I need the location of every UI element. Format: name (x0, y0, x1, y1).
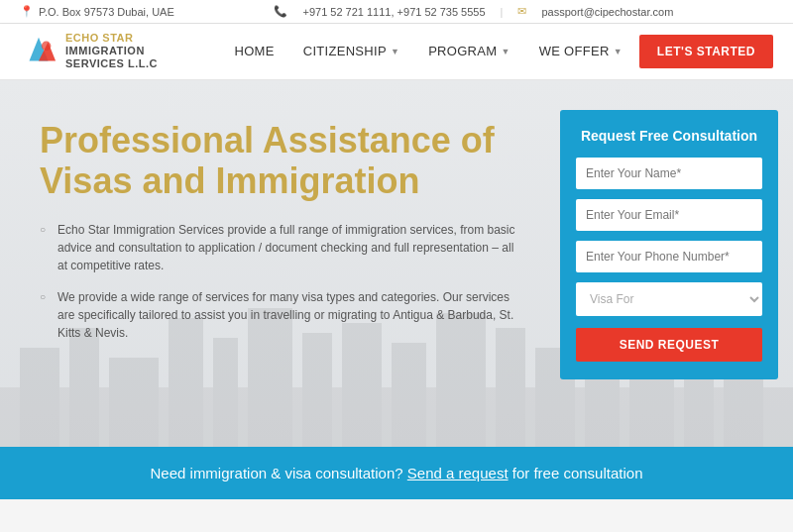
hero-section: Professional Assistance of Visas and Imm… (0, 80, 793, 447)
hero-title: Professional Assistance of Visas and Imm… (40, 120, 515, 202)
email-text: passport@cipechostar.com (541, 6, 673, 18)
top-bar: 📍 P.O. Box 97573 Dubai, UAE 📞 +971 52 72… (0, 0, 793, 24)
divider: | (501, 6, 504, 18)
hero-right: Request Free Consultation Visa For SEND … (545, 80, 793, 447)
send-request-button[interactable]: SEND REQUEST (576, 328, 762, 362)
program-arrow-icon: ▼ (501, 47, 510, 56)
bottom-text-after: for free consultation (512, 465, 643, 481)
navbar: ECHO STAR IMMIGRATION SERVICES L.L.C HOM… (0, 24, 793, 80)
name-input[interactable] (576, 158, 762, 189)
phone-input[interactable] (576, 241, 762, 272)
logo-icon (20, 33, 57, 70)
nav-program[interactable]: PROGRAM ▼ (416, 38, 522, 64)
nav-links: HOME CITIZENSHIP ▼ PROGRAM ▼ WE OFFER ▼ … (223, 35, 774, 68)
hero-bullet-2: We provide a wide range of services for … (40, 288, 515, 342)
email-input[interactable] (576, 199, 762, 231)
contact-section: 📞 +971 52 721 1111, +971 52 735 5555 | ✉… (274, 5, 673, 18)
citizenship-arrow-icon: ▼ (391, 47, 399, 56)
nav-we-offer[interactable]: WE OFFER ▼ (527, 38, 634, 64)
hero-bullets: Echo Star Immigration Services provide a… (40, 221, 515, 342)
email-icon: ✉ (517, 5, 526, 18)
phone-text: +971 52 721 1111, +971 52 735 5555 (302, 6, 485, 18)
svg-point-2 (42, 41, 52, 51)
bottom-bar: Need immigration & visa consultation? Se… (0, 447, 793, 499)
logo: ECHO STAR IMMIGRATION SERVICES L.L.C (20, 32, 158, 71)
bottom-text-before: Need immigration & visa consultation? (151, 465, 403, 481)
logo-text: ECHO STAR IMMIGRATION SERVICES L.L.C (65, 32, 158, 71)
lets-started-button[interactable]: LET'S STARTED (639, 35, 773, 68)
nav-citizenship[interactable]: CITIZENSHIP ▼ (291, 38, 411, 64)
location-icon: 📍 (20, 5, 34, 18)
consultation-form: Request Free Consultation Visa For SEND … (560, 110, 778, 379)
phone-icon: 📞 (274, 5, 287, 18)
nav-home[interactable]: HOME (223, 38, 286, 64)
hero-left: Professional Assistance of Visas and Imm… (0, 80, 545, 447)
address-section: 📍 P.O. Box 97573 Dubai, UAE (20, 5, 174, 18)
we-offer-arrow-icon: ▼ (614, 47, 623, 56)
visa-for-select[interactable]: Visa For (576, 282, 762, 316)
hero-bullet-1: Echo Star Immigration Services provide a… (40, 221, 515, 274)
send-request-link[interactable]: Send a request (407, 465, 509, 481)
form-title: Request Free Consultation (576, 128, 762, 144)
address-text: P.O. Box 97573 Dubai, UAE (39, 6, 174, 18)
